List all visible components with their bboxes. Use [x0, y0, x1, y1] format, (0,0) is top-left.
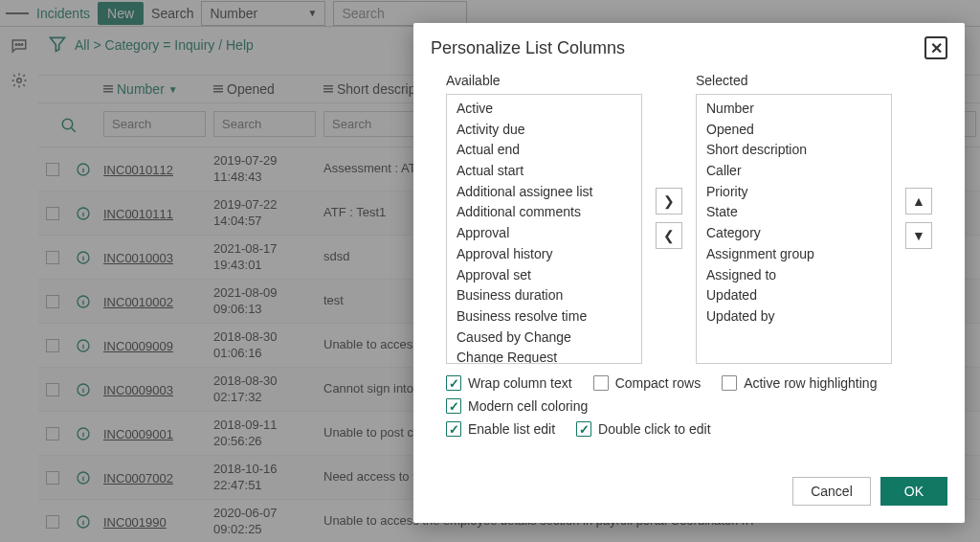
- list-item[interactable]: Additional comments: [457, 202, 632, 223]
- available-panel: Available ActiveActivity dueActual endAc…: [446, 73, 642, 364]
- close-icon[interactable]: ✕: [924, 36, 947, 59]
- list-item[interactable]: Change Request: [457, 348, 632, 364]
- list-item[interactable]: Updated by: [706, 306, 881, 327]
- move-buttons: ❯ ❮: [656, 73, 682, 364]
- move-left-button[interactable]: ❮: [656, 222, 682, 249]
- move-down-button[interactable]: ▼: [905, 222, 932, 249]
- list-item[interactable]: Approval history: [457, 244, 632, 265]
- selected-panel: Selected NumberOpenedShort descriptionCa…: [696, 73, 892, 364]
- list-item[interactable]: Actual end: [457, 140, 632, 161]
- list-item[interactable]: Updated: [706, 285, 881, 306]
- list-item[interactable]: Number: [706, 99, 881, 120]
- list-item[interactable]: Business resolve time: [457, 306, 632, 327]
- selected-label: Selected: [696, 73, 892, 88]
- modern-cell-coloring-checkbox[interactable]: Modern cell coloring: [446, 398, 588, 414]
- cancel-button[interactable]: Cancel: [792, 477, 871, 506]
- move-right-button[interactable]: ❯: [656, 188, 682, 215]
- reorder-buttons: ▲ ▼: [905, 73, 932, 364]
- list-item[interactable]: Additional assignee list: [457, 182, 632, 203]
- list-item[interactable]: Approval: [457, 223, 632, 244]
- list-item[interactable]: State: [706, 202, 881, 223]
- list-item[interactable]: Actual start: [457, 161, 632, 182]
- compact-rows-checkbox[interactable]: Compact rows: [593, 375, 701, 391]
- list-item[interactable]: Activity due: [457, 120, 632, 141]
- list-item[interactable]: Assignment group: [706, 244, 881, 265]
- double-click-edit-checkbox[interactable]: Double click to edit: [576, 421, 711, 437]
- list-item[interactable]: Caller: [706, 161, 881, 182]
- list-item[interactable]: Caused by Change: [457, 327, 632, 349]
- available-listbox[interactable]: ActiveActivity dueActual endActual start…: [446, 94, 642, 364]
- enable-list-edit-checkbox[interactable]: Enable list edit: [446, 421, 555, 437]
- wrap-column-text-checkbox[interactable]: Wrap column text: [446, 375, 572, 391]
- modal-title: Personalize List Columns: [431, 38, 625, 58]
- selected-listbox[interactable]: NumberOpenedShort descriptionCallerPrior…: [696, 94, 892, 364]
- list-item[interactable]: Approval set: [457, 265, 632, 286]
- list-item[interactable]: Assigned to: [706, 265, 881, 286]
- move-up-button[interactable]: ▲: [905, 188, 932, 215]
- list-item[interactable]: Opened: [706, 120, 881, 141]
- list-item[interactable]: Active: [457, 99, 632, 120]
- options: Wrap column text Compact rows Active row…: [446, 375, 932, 437]
- ok-button[interactable]: OK: [880, 477, 947, 506]
- personalize-columns-modal: Personalize List Columns ✕ Available Act…: [413, 23, 965, 523]
- list-item[interactable]: Business duration: [457, 285, 632, 306]
- available-label: Available: [446, 73, 642, 88]
- list-item[interactable]: Priority: [706, 182, 881, 203]
- list-item[interactable]: Category: [706, 223, 881, 244]
- active-row-highlighting-checkbox[interactable]: Active row highlighting: [722, 375, 877, 391]
- list-item[interactable]: Short description: [706, 140, 881, 161]
